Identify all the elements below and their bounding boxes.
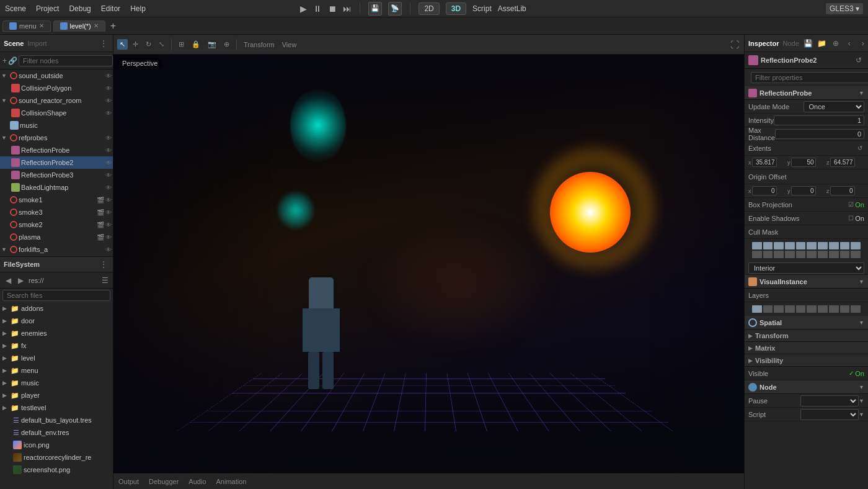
section-spatial[interactable]: Spatial ▼ xyxy=(745,316,868,330)
inspector-nav-next[interactable]: › xyxy=(857,38,868,49)
vis-layer-4[interactable] xyxy=(785,305,795,313)
tool-select[interactable]: ↖ xyxy=(117,39,128,50)
gles-badge[interactable]: GLES3 ▾ xyxy=(826,3,863,14)
tree-item-refprobes[interactable]: ▼ refprobes 👁 xyxy=(0,132,113,144)
btn-script[interactable]: Script xyxy=(472,4,492,13)
layer-cell-11[interactable] xyxy=(752,251,762,258)
fs-item-testlevel[interactable]: 📁 testlevel xyxy=(0,402,113,414)
tree-item-collision-polygon[interactable]: CollisionPolygon 👁 xyxy=(0,82,113,94)
import-tab[interactable]: Import xyxy=(27,40,46,47)
save-scene-button[interactable]: 💾 xyxy=(368,2,382,16)
fs-item-level[interactable]: 📁 level xyxy=(0,352,113,364)
value-interior[interactable]: Interior Exterior xyxy=(748,262,864,274)
step-button[interactable]: ⏭ xyxy=(343,4,352,14)
remote-button[interactable]: 📡 xyxy=(388,2,402,16)
visibility-smoke1[interactable]: 👁 xyxy=(105,197,112,204)
value-box-projection[interactable]: On xyxy=(855,201,864,209)
tree-item-reflprobe2[interactable]: ReflectionProbe2 👁 xyxy=(0,156,113,169)
origin-z-input[interactable] xyxy=(830,186,855,195)
value-max-distance[interactable] xyxy=(775,129,864,139)
tool-body[interactable]: ⊕ xyxy=(221,39,232,50)
subsection-visibility[interactable]: ▶ Visibility xyxy=(745,354,868,367)
view-button[interactable]: View xyxy=(280,40,299,50)
layer-cell-15[interactable] xyxy=(796,251,806,258)
extents-refresh[interactable]: ↺ xyxy=(856,143,864,154)
vis-layer-3[interactable] xyxy=(774,305,784,313)
layer-cell-7[interactable] xyxy=(818,242,828,249)
layer-cell-10[interactable] xyxy=(851,242,861,249)
tree-item-reflprobe1[interactable]: ReflectionProbe 👁 xyxy=(0,144,113,156)
tree-item-plasma[interactable]: ▶ plasma 🎬 👁 xyxy=(0,231,113,243)
fs-search-input[interactable] xyxy=(2,290,110,301)
link-node-button[interactable]: 🔗 xyxy=(8,55,17,66)
visibility-collision-polygon[interactable]: 👁 xyxy=(105,85,112,92)
tree-item-smoke3[interactable]: ▶ smoke3 🎬 👁 xyxy=(0,206,113,218)
visibility-refprobes[interactable]: 👁 xyxy=(105,135,112,141)
tab-menu[interactable]: menu ✕ xyxy=(2,20,51,32)
tree-item-sound-outside[interactable]: ▼ sound_outside 👁 xyxy=(0,70,113,82)
extents-x-input[interactable] xyxy=(752,158,777,167)
fs-item-icon-png[interactable]: icon.png xyxy=(0,439,113,451)
tool-rotate[interactable]: ↻ xyxy=(143,39,154,50)
fs-item-default-bus[interactable]: ☰ default_bus_layout.tres xyxy=(0,414,113,426)
tree-item-reflprobe3[interactable]: ReflectionProbe3 👁 xyxy=(0,169,113,181)
visibility-sound-outside[interactable]: 👁 xyxy=(105,73,112,79)
menu-scene[interactable]: Scene xyxy=(5,4,26,13)
fs-forward-button[interactable]: ▶ xyxy=(15,275,26,286)
vis-layer-5[interactable] xyxy=(796,305,806,313)
layer-cell-1[interactable] xyxy=(752,242,762,249)
btn-3d[interactable]: 3D xyxy=(446,2,466,15)
inspector-more-button[interactable]: ⊕ xyxy=(830,38,841,49)
visibility-forklifts[interactable]: 👁 xyxy=(105,246,112,253)
value-enable-shadows[interactable]: On xyxy=(855,215,864,222)
layer-cell-6[interactable] xyxy=(807,242,817,249)
layer-cell-12[interactable] xyxy=(763,251,773,258)
menu-debug[interactable]: Debug xyxy=(69,4,91,13)
tool-local-mode[interactable]: ⊞ xyxy=(176,39,187,50)
vis-layer-10[interactable] xyxy=(851,305,861,313)
vis-layer-7[interactable] xyxy=(818,305,828,313)
tool-snap[interactable]: 🔒 xyxy=(189,39,203,50)
origin-y-input[interactable] xyxy=(791,186,816,195)
layer-cell-5[interactable] xyxy=(796,242,806,249)
menu-help[interactable]: Help xyxy=(130,4,146,13)
inspector-refresh-button[interactable]: ↺ xyxy=(853,55,864,66)
vis-layer-1[interactable] xyxy=(752,305,762,313)
layer-cell-8[interactable] xyxy=(829,242,839,249)
value-visible[interactable]: On xyxy=(855,370,864,377)
scene-options-button[interactable]: ⋮ xyxy=(98,38,109,49)
section-node[interactable]: Node ▼ xyxy=(745,380,868,394)
visibility-smoke3[interactable]: 👁 xyxy=(105,209,112,216)
subsection-matrix[interactable]: ▶ Matrix xyxy=(745,342,868,354)
tree-item-smoke2[interactable]: ▶ smoke2 🎬 👁 xyxy=(0,218,113,231)
transform-button[interactable]: Transform xyxy=(241,40,277,50)
scene-tab[interactable]: Scene xyxy=(4,40,24,47)
tab-animation[interactable]: Animation xyxy=(216,478,247,485)
extents-z-input[interactable] xyxy=(830,158,855,167)
fs-back-button[interactable]: ◀ xyxy=(2,275,14,286)
stop-button[interactable]: ⏹ xyxy=(328,4,337,14)
visibility-smoke2[interactable]: 👁 xyxy=(105,222,112,228)
tree-item-forklifts[interactable]: ▼ forklifts_a 👁 xyxy=(0,243,113,256)
layer-cell-19[interactable] xyxy=(840,251,850,258)
fs-item-fx[interactable]: 📁 fx xyxy=(0,339,113,352)
tab-level-close[interactable]: ✕ xyxy=(94,22,99,29)
filesystem-options-button[interactable]: ⋮ xyxy=(98,259,109,270)
layer-cell-4[interactable] xyxy=(785,242,795,249)
visibility-reflprobe2[interactable]: 👁 xyxy=(105,159,112,166)
vis-layer-8[interactable] xyxy=(829,305,839,313)
layer-cell-20[interactable] xyxy=(851,251,861,258)
value-pause[interactable] xyxy=(800,395,859,406)
layer-cell-13[interactable] xyxy=(774,251,784,258)
fs-layout-button[interactable]: ☰ xyxy=(99,275,110,286)
filter-properties-input[interactable] xyxy=(751,72,868,83)
fs-item-door[interactable]: 📁 door xyxy=(0,315,113,327)
fs-item-music[interactable]: 📁 music xyxy=(0,377,113,389)
visibility-bakedlightmap[interactable]: 👁 xyxy=(105,184,112,191)
tab-audio[interactable]: Audio xyxy=(188,478,206,485)
fs-item-menu[interactable]: 📁 menu xyxy=(0,364,113,377)
fs-item-screenshot[interactable]: screenshot.png xyxy=(0,464,113,476)
tree-item-sound-reactor[interactable]: ▼ sound_reactor_room 👁 xyxy=(0,94,113,107)
fs-item-player[interactable]: 📁 player xyxy=(0,389,113,402)
tab-debugger[interactable]: Debugger xyxy=(149,478,179,485)
